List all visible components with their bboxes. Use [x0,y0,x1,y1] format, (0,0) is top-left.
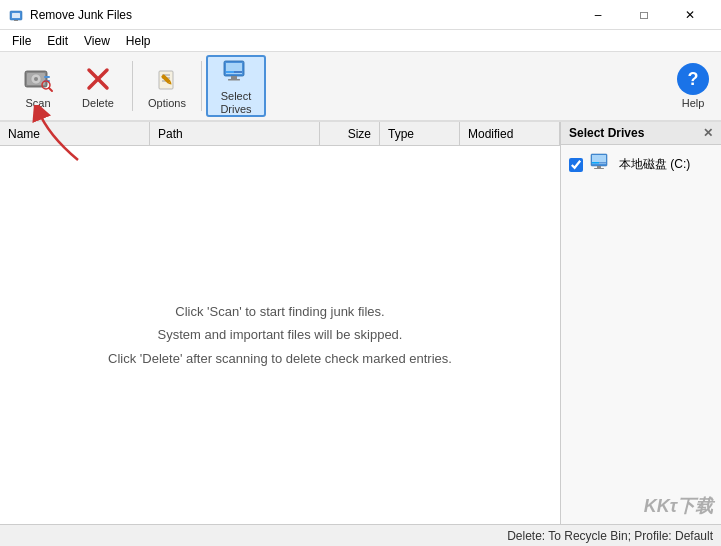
delete-icon [82,63,114,95]
status-bar: Delete: To Recycle Bin; Profile: Default [0,524,721,546]
column-header-modified[interactable]: Modified [460,122,560,145]
drives-panel-title: Select Drives [569,126,644,140]
empty-state-message: Click 'Scan' to start finding junk files… [108,300,452,370]
select-drives-button[interactable]: Select Drives [206,55,266,117]
help-icon: ? [677,63,709,95]
scan-button[interactable]: Scan [8,55,68,117]
menu-bar: File Edit View Help [0,30,721,52]
main-area: Name Path Size Type Modified Click 'Scan… [0,122,721,524]
table-body: Click 'Scan' to start finding junk files… [0,146,560,524]
options-button[interactable]: Options [137,55,197,117]
column-header-size[interactable]: Size [320,122,380,145]
svg-rect-7 [44,76,50,78]
drives-panel-close-button[interactable]: ✕ [703,126,713,140]
scan-icon [22,63,54,95]
maximize-button[interactable]: □ [621,0,667,30]
drive-c-icon [589,151,613,178]
svg-rect-30 [592,162,599,164]
title-bar: Remove Junk Files – □ ✕ [0,0,721,30]
window-title: Remove Junk Files [30,8,575,22]
svg-rect-1 [12,13,20,18]
drive-c-label: 本地磁盘 (C:) [619,156,690,173]
app-icon [8,7,24,23]
options-label: Options [148,97,186,109]
toolbar-separator-2 [201,61,202,111]
select-drives-label: Select Drives [220,90,251,116]
delete-button[interactable]: Delete [68,55,128,117]
watermark: KKτ下载 [644,494,713,518]
drive-item-c[interactable]: 本地磁盘 (C:) [561,145,721,184]
svg-rect-2 [14,20,18,21]
svg-point-6 [34,77,38,81]
options-icon [151,63,183,95]
help-button[interactable]: ? Help [677,63,709,109]
column-header-path[interactable]: Path [150,122,320,145]
toolbar: Scan Delete Optio [0,52,721,122]
svg-rect-21 [231,76,237,79]
svg-rect-27 [597,166,601,168]
close-button[interactable]: ✕ [667,0,713,30]
window-controls: – □ ✕ [575,0,713,30]
help-label: Help [682,97,705,109]
menu-view[interactable]: View [76,30,118,51]
menu-help[interactable]: Help [118,30,159,51]
svg-rect-22 [228,79,240,81]
select-drives-icon [220,56,252,88]
svg-rect-28 [594,168,604,169]
menu-edit[interactable]: Edit [39,30,76,51]
drive-c-checkbox[interactable] [569,158,583,172]
menu-file[interactable]: File [4,30,39,51]
table-area: Name Path Size Type Modified Click 'Scan… [0,122,561,524]
svg-rect-24 [226,71,234,73]
scan-label: Scan [25,97,50,109]
drives-panel: Select Drives ✕ 本地磁盘 (C:) [561,122,721,524]
column-header-type[interactable]: Type [380,122,460,145]
minimize-button[interactable]: – [575,0,621,30]
table-header: Name Path Size Type Modified [0,122,560,146]
toolbar-separator-1 [132,61,133,111]
drives-panel-header: Select Drives ✕ [561,122,721,145]
delete-label: Delete [82,97,114,109]
column-header-name[interactable]: Name [0,122,150,145]
status-text: Delete: To Recycle Bin; Profile: Default [507,529,713,543]
svg-line-10 [49,88,52,91]
